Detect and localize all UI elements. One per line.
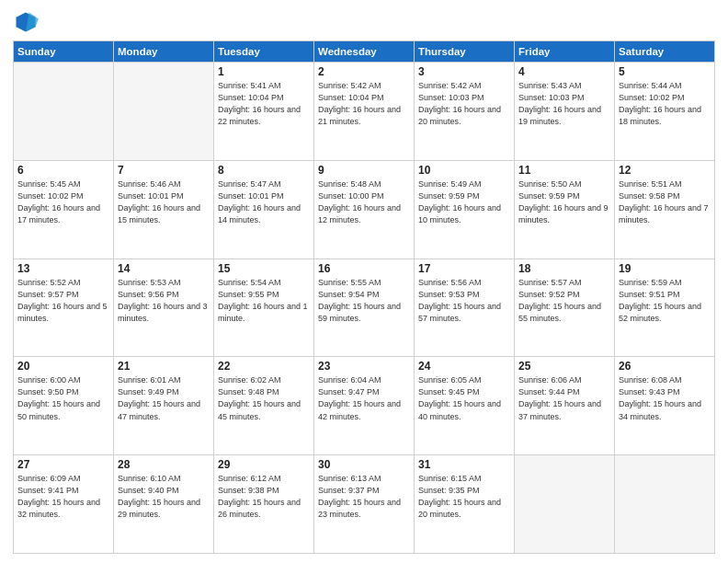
week-row-3: 20Sunrise: 6:00 AM Sunset: 9:50 PM Dayli…: [14, 357, 715, 455]
header: [13, 9, 715, 35]
calendar-cell: 24Sunrise: 6:05 AM Sunset: 9:45 PM Dayli…: [415, 357, 515, 455]
day-number: 10: [418, 164, 510, 177]
day-info: Sunrise: 6:10 AM Sunset: 9:40 PM Dayligh…: [118, 473, 210, 521]
day-number: 29: [218, 458, 310, 471]
day-info: Sunrise: 5:54 AM Sunset: 9:55 PM Dayligh…: [218, 277, 310, 325]
calendar-cell: 29Sunrise: 6:12 AM Sunset: 9:38 PM Dayli…: [214, 455, 314, 554]
day-info: Sunrise: 5:48 AM Sunset: 10:00 PM Daylig…: [318, 178, 410, 226]
day-info: Sunrise: 5:59 AM Sunset: 9:51 PM Dayligh…: [619, 277, 711, 325]
calendar-cell: 12Sunrise: 5:51 AM Sunset: 9:58 PM Dayli…: [615, 160, 715, 259]
day-number: 13: [17, 262, 109, 275]
day-number: 5: [619, 65, 711, 78]
day-info: Sunrise: 5:55 AM Sunset: 9:54 PM Dayligh…: [318, 277, 410, 325]
day-info: Sunrise: 6:02 AM Sunset: 9:48 PM Dayligh…: [218, 374, 310, 422]
day-number: 25: [518, 360, 610, 373]
calendar-cell: 28Sunrise: 6:10 AM Sunset: 9:40 PM Dayli…: [114, 455, 214, 554]
calendar-cell: 16Sunrise: 5:55 AM Sunset: 9:54 PM Dayli…: [314, 259, 415, 357]
calendar-cell: 1Sunrise: 5:41 AM Sunset: 10:04 PM Dayli…: [214, 63, 314, 161]
week-row-1: 6Sunrise: 5:45 AM Sunset: 10:02 PM Dayli…: [14, 160, 715, 259]
day-info: Sunrise: 5:53 AM Sunset: 9:56 PM Dayligh…: [118, 277, 210, 325]
day-info: Sunrise: 5:49 AM Sunset: 9:59 PM Dayligh…: [418, 178, 510, 226]
calendar-cell: 11Sunrise: 5:50 AM Sunset: 9:59 PM Dayli…: [515, 160, 615, 259]
day-info: Sunrise: 6:04 AM Sunset: 9:47 PM Dayligh…: [318, 374, 410, 422]
week-row-2: 13Sunrise: 5:52 AM Sunset: 9:57 PM Dayli…: [14, 259, 715, 357]
calendar-cell: 25Sunrise: 6:06 AM Sunset: 9:44 PM Dayli…: [515, 357, 615, 455]
day-number: 24: [418, 360, 510, 373]
day-info: Sunrise: 5:57 AM Sunset: 9:52 PM Dayligh…: [518, 277, 610, 325]
weekday-wednesday: Wednesday: [314, 41, 415, 63]
calendar-cell: 2Sunrise: 5:42 AM Sunset: 10:04 PM Dayli…: [314, 63, 415, 161]
weekday-header-row: SundayMondayTuesdayWednesdayThursdayFrid…: [14, 41, 715, 63]
day-info: Sunrise: 5:42 AM Sunset: 10:04 PM Daylig…: [318, 80, 410, 128]
day-number: 22: [218, 360, 310, 373]
page: SundayMondayTuesdayWednesdayThursdayFrid…: [0, 0, 728, 563]
day-number: 16: [318, 262, 410, 275]
calendar-cell: 14Sunrise: 5:53 AM Sunset: 9:56 PM Dayli…: [114, 259, 214, 357]
day-number: 1: [218, 65, 310, 78]
calendar-cell: 7Sunrise: 5:46 AM Sunset: 10:01 PM Dayli…: [114, 160, 214, 259]
day-info: Sunrise: 6:05 AM Sunset: 9:45 PM Dayligh…: [418, 374, 510, 422]
weekday-saturday: Saturday: [615, 41, 715, 63]
day-info: Sunrise: 6:12 AM Sunset: 9:38 PM Dayligh…: [218, 473, 310, 521]
calendar-cell: 19Sunrise: 5:59 AM Sunset: 9:51 PM Dayli…: [615, 259, 715, 357]
day-number: 7: [118, 164, 210, 177]
calendar-cell: 18Sunrise: 5:57 AM Sunset: 9:52 PM Dayli…: [515, 259, 615, 357]
logo: [13, 9, 42, 35]
day-info: Sunrise: 6:00 AM Sunset: 9:50 PM Dayligh…: [17, 374, 109, 422]
day-number: 6: [17, 164, 109, 177]
calendar-cell: [515, 455, 615, 554]
day-number: 8: [218, 164, 310, 177]
calendar-cell: 4Sunrise: 5:43 AM Sunset: 10:03 PM Dayli…: [515, 63, 615, 161]
day-info: Sunrise: 6:13 AM Sunset: 9:37 PM Dayligh…: [318, 473, 410, 521]
day-number: 19: [619, 262, 711, 275]
day-info: Sunrise: 5:45 AM Sunset: 10:02 PM Daylig…: [17, 178, 109, 226]
day-info: Sunrise: 6:09 AM Sunset: 9:41 PM Dayligh…: [17, 473, 109, 521]
day-info: Sunrise: 6:15 AM Sunset: 9:35 PM Dayligh…: [418, 473, 510, 521]
weekday-friday: Friday: [515, 41, 615, 63]
day-info: Sunrise: 5:43 AM Sunset: 10:03 PM Daylig…: [518, 80, 610, 128]
day-number: 14: [118, 262, 210, 275]
day-info: Sunrise: 5:47 AM Sunset: 10:01 PM Daylig…: [218, 178, 310, 226]
day-number: 26: [619, 360, 711, 373]
calendar-cell: 27Sunrise: 6:09 AM Sunset: 9:41 PM Dayli…: [14, 455, 114, 554]
calendar-cell: 15Sunrise: 5:54 AM Sunset: 9:55 PM Dayli…: [214, 259, 314, 357]
day-info: Sunrise: 5:42 AM Sunset: 10:03 PM Daylig…: [418, 80, 510, 128]
weekday-thursday: Thursday: [415, 41, 515, 63]
day-info: Sunrise: 6:08 AM Sunset: 9:43 PM Dayligh…: [619, 374, 711, 422]
calendar-cell: 31Sunrise: 6:15 AM Sunset: 9:35 PM Dayli…: [415, 455, 515, 554]
day-info: Sunrise: 5:56 AM Sunset: 9:53 PM Dayligh…: [418, 277, 510, 325]
day-number: 15: [218, 262, 310, 275]
calendar-cell: 6Sunrise: 5:45 AM Sunset: 10:02 PM Dayli…: [14, 160, 114, 259]
day-info: Sunrise: 5:52 AM Sunset: 9:57 PM Dayligh…: [17, 277, 109, 325]
day-number: 28: [118, 458, 210, 471]
day-number: 4: [518, 65, 610, 78]
calendar-cell: 21Sunrise: 6:01 AM Sunset: 9:49 PM Dayli…: [114, 357, 214, 455]
day-number: 23: [318, 360, 410, 373]
day-info: Sunrise: 6:06 AM Sunset: 9:44 PM Dayligh…: [518, 374, 610, 422]
day-number: 21: [118, 360, 210, 373]
day-info: Sunrise: 5:50 AM Sunset: 9:59 PM Dayligh…: [518, 178, 610, 226]
day-number: 31: [418, 458, 510, 471]
calendar-cell: 20Sunrise: 6:00 AM Sunset: 9:50 PM Dayli…: [14, 357, 114, 455]
calendar-cell: [14, 63, 114, 161]
weekday-monday: Monday: [114, 41, 214, 63]
calendar-cell: 5Sunrise: 5:44 AM Sunset: 10:02 PM Dayli…: [615, 63, 715, 161]
calendar-cell: 23Sunrise: 6:04 AM Sunset: 9:47 PM Dayli…: [314, 357, 415, 455]
day-number: 20: [17, 360, 109, 373]
weekday-tuesday: Tuesday: [214, 41, 314, 63]
calendar-cell: 9Sunrise: 5:48 AM Sunset: 10:00 PM Dayli…: [314, 160, 415, 259]
weekday-sunday: Sunday: [14, 41, 114, 63]
calendar-cell: 26Sunrise: 6:08 AM Sunset: 9:43 PM Dayli…: [615, 357, 715, 455]
day-number: 3: [418, 65, 510, 78]
day-info: Sunrise: 5:41 AM Sunset: 10:04 PM Daylig…: [218, 80, 310, 128]
calendar-cell: 10Sunrise: 5:49 AM Sunset: 9:59 PM Dayli…: [415, 160, 515, 259]
calendar-cell: 17Sunrise: 5:56 AM Sunset: 9:53 PM Dayli…: [415, 259, 515, 357]
day-number: 2: [318, 65, 410, 78]
calendar-cell: [114, 63, 214, 161]
calendar-cell: 30Sunrise: 6:13 AM Sunset: 9:37 PM Dayli…: [314, 455, 415, 554]
calendar-cell: 13Sunrise: 5:52 AM Sunset: 9:57 PM Dayli…: [14, 259, 114, 357]
day-info: Sunrise: 6:01 AM Sunset: 9:49 PM Dayligh…: [118, 374, 210, 422]
day-number: 18: [518, 262, 610, 275]
day-number: 27: [17, 458, 109, 471]
logo-icon: [13, 9, 39, 35]
